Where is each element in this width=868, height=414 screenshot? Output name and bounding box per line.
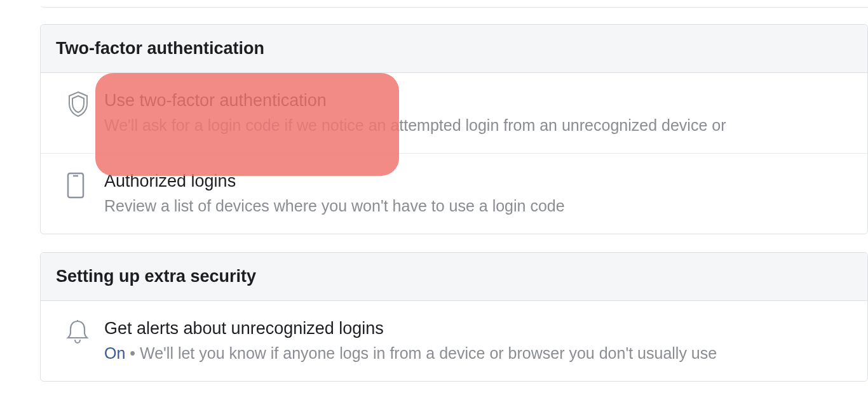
- previous-section-bottom-edge: [40, 0, 868, 8]
- extra-security-section: Setting up extra security Get alerts abo…: [40, 252, 868, 382]
- authorized-logins-content: Authorized logins Review a list of devic…: [104, 170, 852, 217]
- alerts-status: On: [104, 344, 125, 362]
- alerts-desc: On • We'll let you know if anyone logs i…: [104, 342, 852, 364]
- authorized-logins-desc: Review a list of devices where you won't…: [104, 195, 852, 217]
- use-two-factor-row[interactable]: Use two-factor authentication We'll ask …: [41, 73, 867, 154]
- use-two-factor-desc: We'll ask for a login code if we notice …: [104, 114, 852, 137]
- two-factor-header: Two-factor authentication: [41, 25, 867, 73]
- alerts-title: Get alerts about unrecognized logins: [104, 317, 852, 340]
- svg-rect-0: [68, 173, 83, 197]
- authorized-logins-row[interactable]: Authorized logins Review a list of devic…: [41, 154, 867, 234]
- two-factor-title: Two-factor authentication: [56, 39, 852, 58]
- extra-security-title: Setting up extra security: [56, 267, 852, 286]
- shield-icon: [66, 90, 104, 117]
- authorized-logins-title: Authorized logins: [104, 170, 852, 192]
- alerts-desc-text: We'll let you know if anyone logs in fro…: [140, 344, 717, 362]
- use-two-factor-title: Use two-factor authentication: [104, 90, 852, 112]
- bell-icon: [66, 317, 104, 344]
- extra-security-header: Setting up extra security: [41, 253, 867, 301]
- separator: •: [125, 344, 140, 362]
- device-icon: [66, 170, 104, 199]
- alerts-row[interactable]: Get alerts about unrecognized logins On …: [41, 301, 867, 381]
- two-factor-section: Two-factor authentication Use two-factor…: [40, 24, 868, 234]
- use-two-factor-content: Use two-factor authentication We'll ask …: [104, 90, 852, 137]
- alerts-content: Get alerts about unrecognized logins On …: [104, 317, 852, 364]
